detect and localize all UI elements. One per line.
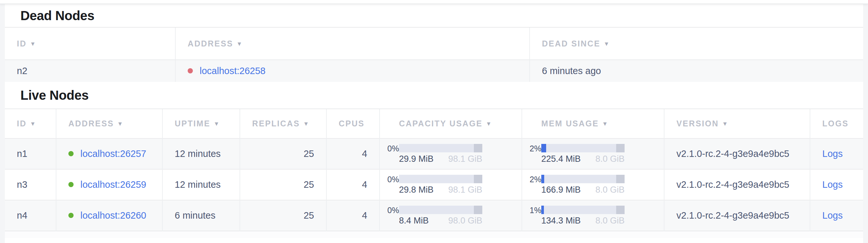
mem-usage-bar [541, 144, 625, 152]
sort-arrow-icon: ▼ [602, 120, 609, 127]
node-replicas-cell: 25 [240, 138, 327, 169]
node-version-cell: v2.1.0-rc.2-4-g3e9a4e9bc5 [664, 138, 810, 169]
capacity-usage-bar [399, 206, 482, 214]
mem-total-value: 8.0 GiB [595, 154, 625, 164]
capacity-used-value: 29.8 MiB [399, 185, 434, 195]
top-panel-edge [0, 0, 868, 4]
capacity-usage-cell: 0% 29.8 MiB 98.1 GiB [379, 169, 522, 200]
capacity-bar-end-block [474, 144, 482, 152]
column-label: LOGS [822, 119, 848, 128]
capacity-total-value: 98.0 GiB [448, 216, 482, 225]
column-label: REPLICAS [252, 119, 300, 128]
live-col-header-replicas[interactable]: REPLICAS▼ [240, 109, 327, 138]
live-col-header-address[interactable]: ADDRESS▼ [56, 109, 162, 138]
node-dead-status-dot-icon [188, 68, 193, 74]
node-logs-link[interactable]: Logs [822, 148, 843, 159]
node-cpus-cell: 4 [327, 200, 379, 231]
column-label: ID [17, 119, 27, 128]
live-col-header-logs: LOGS [810, 109, 863, 138]
dead-col-header-dead-since[interactable]: DEAD SINCE▼ [530, 28, 863, 60]
sort-arrow-icon: ▼ [214, 120, 220, 127]
live-col-header-mem-usage[interactable]: MEM USAGE▼ [522, 109, 664, 138]
live-node-row: n1 localhost:26257 12 minutes 25 4 0% 29… [5, 138, 863, 169]
live-node-row: n4 localhost:26260 6 minutes 25 4 0% 8.4… [5, 200, 863, 231]
dead-col-header-id[interactable]: ID▼ [5, 28, 175, 60]
dead-node-row: n2 localhost:26258 6 minutes ago [5, 60, 863, 82]
sort-arrow-icon: ▼ [722, 120, 728, 127]
column-label: ADDRESS [68, 119, 114, 128]
live-col-header-uptime[interactable]: UPTIME▼ [162, 109, 240, 138]
nodes-overview-panel: Dead Nodes ID▼ ADDRESS▼ DEAD SINCE▼ n2 l… [5, 4, 863, 243]
sort-arrow-icon: ▼ [30, 40, 36, 47]
node-address-cell: localhost:26257 [56, 138, 162, 169]
live-col-header-cpus[interactable]: CPUS [327, 109, 379, 138]
node-version-cell: v2.1.0-rc.2-4-g3e9a4e9bc5 [664, 200, 810, 231]
mem-usage-cell: 2% 225.4 MiB 8.0 GiB [522, 138, 664, 169]
column-label: CPUS [339, 119, 365, 128]
node-logs-cell: Logs [810, 200, 863, 231]
sort-arrow-icon: ▼ [236, 40, 243, 47]
node-replicas-cell: 25 [240, 200, 327, 231]
capacity-usage-bar [399, 175, 482, 183]
capacity-usage-cell: 0% 29.9 MiB 98.1 GiB [379, 138, 522, 169]
node-id-cell: n2 [5, 60, 175, 82]
node-address-cell: localhost:26258 [175, 60, 530, 82]
capacity-usage-widget: 0% 8.4 MiB 98.0 GiB [380, 206, 522, 225]
node-address-cell: localhost:26260 [56, 200, 162, 231]
node-address-cell: localhost:26259 [56, 169, 162, 200]
node-address-link[interactable]: localhost:26257 [81, 148, 146, 159]
sort-arrow-icon: ▼ [603, 40, 610, 47]
node-address-link[interactable]: localhost:26259 [81, 179, 146, 190]
live-nodes-table: ID▼ ADDRESS▼ UPTIME▼ REPLICAS▼ CPUS CAPA… [5, 109, 863, 231]
mem-percent-label: 1% [530, 206, 541, 215]
node-address-link[interactable]: localhost:26260 [81, 210, 146, 221]
dead-nodes-section-header: Dead Nodes [5, 4, 863, 28]
live-col-header-version[interactable]: VERSION▼ [664, 109, 810, 138]
capacity-bar-end-block [474, 175, 482, 183]
mem-usage-cell: 1% 134.3 MiB 8.0 GiB [522, 200, 664, 231]
mem-bar-end-block [616, 175, 625, 183]
node-live-status-dot-icon [68, 213, 73, 218]
mem-used-segment [541, 144, 546, 152]
capacity-usage-bar [399, 144, 482, 152]
node-live-status-dot-icon [68, 151, 73, 156]
dead-col-header-address[interactable]: ADDRESS▼ [175, 28, 530, 60]
mem-usage-widget: 2% 166.9 MiB 8.0 GiB [522, 175, 664, 195]
node-uptime-cell: 12 minutes [162, 138, 240, 169]
sort-arrow-icon: ▼ [303, 120, 310, 127]
mem-usage-bar [541, 206, 625, 214]
live-col-header-id[interactable]: ID▼ [5, 109, 56, 138]
dead-nodes-table: ID▼ ADDRESS▼ DEAD SINCE▼ n2 localhost:26… [5, 28, 863, 82]
mem-bar-end-block [616, 206, 625, 214]
node-logs-link[interactable]: Logs [822, 179, 843, 190]
capacity-total-value: 98.1 GiB [448, 185, 482, 195]
node-id-cell: n3 [5, 169, 56, 200]
node-uptime-cell: 12 minutes [162, 169, 240, 200]
sort-arrow-icon: ▼ [117, 120, 123, 127]
capacity-used-value: 8.4 MiB [399, 216, 429, 225]
node-address-link[interactable]: localhost:26258 [200, 65, 266, 76]
live-col-header-capacity-usage[interactable]: CAPACITY USAGE▼ [379, 109, 522, 138]
sort-arrow-icon: ▼ [486, 120, 492, 127]
capacity-used-value: 29.9 MiB [399, 154, 434, 164]
mem-percent-label: 2% [530, 175, 541, 184]
dead-nodes-title: Dead Nodes [21, 8, 94, 23]
node-cpus-cell: 4 [327, 169, 379, 200]
capacity-bar-end-block [474, 206, 482, 214]
live-node-row: n3 localhost:26259 12 minutes 25 4 0% 29… [5, 169, 863, 200]
node-logs-cell: Logs [810, 138, 863, 169]
node-live-status-dot-icon [68, 182, 73, 187]
capacity-percent-label: 0% [387, 144, 399, 153]
mem-usage-widget: 1% 134.3 MiB 8.0 GiB [522, 206, 664, 225]
node-logs-link[interactable]: Logs [822, 210, 843, 221]
mem-usage-bar [541, 175, 625, 183]
capacity-percent-label: 0% [387, 175, 399, 184]
mem-bar-end-block [616, 144, 625, 152]
node-id-cell: n1 [5, 138, 56, 169]
mem-used-value: 134.3 MiB [541, 216, 581, 225]
dead-nodes-header-row: ID▼ ADDRESS▼ DEAD SINCE▼ [5, 28, 863, 60]
capacity-total-value: 98.1 GiB [448, 154, 482, 164]
node-replicas-cell: 25 [240, 169, 327, 200]
mem-used-value: 166.9 MiB [541, 185, 581, 195]
column-label: VERSION [677, 119, 719, 128]
